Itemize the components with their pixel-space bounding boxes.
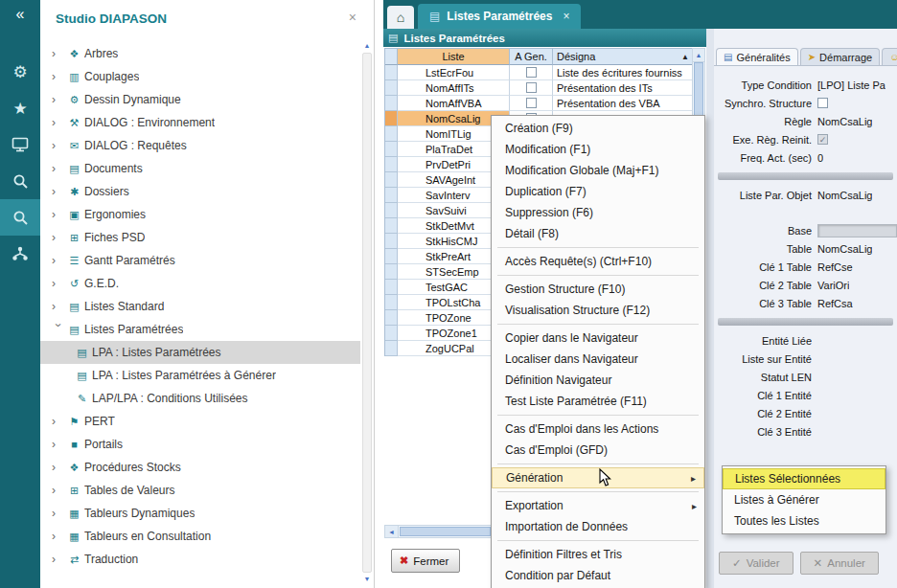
tree-item-3[interactable]: ›⚒DIALOG : Environnement [40,111,360,134]
cell-designation[interactable]: Présentation des ITs [553,80,693,96]
row-header-cell[interactable] [385,188,398,203]
search-icon[interactable] [0,163,40,199]
row-header-cell[interactable] [385,218,398,234]
context-menu-item[interactable]: Localiser dans Navigateur [492,349,704,370]
row-header-cell[interactable] [385,80,398,96]
sidebar-close-icon[interactable]: × [349,10,356,25]
display-icon[interactable] [0,126,40,163]
props-tab-0[interactable]: ▤Généralités [716,48,798,65]
row-header-cell[interactable] [385,111,398,126]
row-header-cell[interactable] [385,264,398,280]
submenu-item[interactable]: Listes Sélectionnées [723,468,886,489]
hierarchy-icon[interactable] [0,236,40,272]
context-menu-item[interactable]: Copier dans le Navigateur [492,328,704,349]
column-header-liste[interactable]: Liste [398,49,510,65]
scroll-up-icon[interactable]: ▲ [361,40,373,52]
context-menu-item[interactable]: Exportation▸ [492,495,704,516]
cell-designation[interactable]: Liste des écritures fourniss [553,65,693,80]
context-menu-item[interactable]: Accès Requête(s) (Ctrl+F10) [492,251,704,272]
favorites-icon[interactable]: ★ [0,90,40,126]
scroll-left-icon[interactable]: ◄ [385,526,399,537]
row-header-cell[interactable] [385,172,398,188]
row-header-cell[interactable] [385,126,398,142]
context-menu-item[interactable]: Génération▸ [492,467,704,488]
context-menu-item[interactable]: Définition Navigateur [492,370,704,391]
tree-item-6[interactable]: ›✱Dossiers [40,180,360,203]
valider-button[interactable]: ✓Valider [719,552,794,575]
row-header-cell[interactable] [385,249,398,264]
panel-splitter[interactable] [706,29,714,588]
scrollbar-thumb[interactable] [400,527,491,536]
tree-item-18[interactable]: ›❖Procédures Stocks [40,456,360,479]
sidebar-collapse-icon[interactable]: « [0,0,40,29]
tree-item-1[interactable]: ›▥Couplages [40,65,360,88]
cell-liste[interactable]: NomAffVBA [398,96,510,111]
row-header-cell[interactable] [385,326,398,341]
annuler-button[interactable]: ✕Annuler [800,552,879,575]
props-tab-2[interactable]: ☺D [882,48,897,65]
tree-item-14[interactable]: ▤LPA : Listes Paramétrées à Générer [40,364,360,387]
cell-a-gen[interactable] [510,65,553,80]
row-header-cell[interactable] [385,142,398,157]
cell-a-gen[interactable] [510,80,553,96]
context-menu-item[interactable]: Création (F9) [492,118,704,139]
tree-item-0[interactable]: ›❖Arbres [40,42,360,65]
row-header-cell[interactable] [385,341,398,356]
tree-item-16[interactable]: ›⚑PERT [40,410,360,433]
context-menu-item[interactable]: Définition Filtres et Tris [492,544,704,565]
cell-a-gen[interactable] [510,96,553,111]
tree-item-2[interactable]: ›⚙Dessin Dynamique [40,88,360,111]
fermer-button[interactable]: ✖ Fermer [391,549,460,573]
context-menu-item[interactable]: Importation de Données [492,516,704,537]
submenu-item[interactable]: Toutes les Listes [723,510,886,531]
tab-close-icon[interactable]: × [563,10,569,23]
row-header-cell[interactable] [385,157,398,172]
tree-item-19[interactable]: ›⊞Tables de Valeurs [40,479,360,502]
context-menu-item[interactable]: Détail (F8) [492,223,704,244]
tab-listes-parametrees[interactable]: ▤ Listes Paramétrées × [418,4,581,29]
scroll-up-icon[interactable]: ▲ [693,49,704,62]
cell-liste[interactable]: LstEcrFou [398,65,510,80]
checkbox[interactable] [526,82,537,93]
column-header-a-gen[interactable]: A Gen. [510,49,553,65]
sidebar-scrollbar[interactable]: ▲ ▼ [361,40,373,585]
row-header-cell[interactable] [385,65,398,80]
tree-item-12[interactable]: ›▤Listes Paramétrées [40,318,360,341]
settings-icon[interactable]: ⚙ [0,54,40,90]
input-field-disabled[interactable] [817,224,897,237]
context-menu-item[interactable]: Condition par Défaut [492,565,704,586]
props-tab-1[interactable]: ➤Démarrage [800,48,880,65]
checkbox[interactable] [526,98,537,108]
column-header-designation[interactable]: Désigna ▲ [553,49,693,65]
row-header-cell[interactable] [385,295,398,310]
table-row[interactable]: LstEcrFouListe des écritures fourniss [385,65,693,80]
cell-designation[interactable]: Présentation des VBA [553,96,693,111]
context-menu-item[interactable]: Gestion Structure (F10) [492,279,704,300]
context-menu-item[interactable]: Cas d'Emploi dans les Actions [492,418,704,440]
context-menu-item[interactable]: Modification Globale (Maj+F1) [492,160,704,181]
home-tab[interactable]: ⌂ [387,6,414,29]
tree-item-5[interactable]: ›▤Documents [40,157,360,180]
row-header-cell[interactable] [385,310,398,326]
tree-item-15[interactable]: ✎LAP/LPA : Conditions Utilisées [40,387,360,410]
submenu-item[interactable]: Listes à Générer [723,489,886,510]
scrollbar-thumb[interactable] [362,53,372,573]
context-menu-item[interactable]: Cas d'Emploi (GFD) [492,440,704,461]
context-menu-item[interactable]: Visualisation Structure (F12) [492,300,704,321]
table-row[interactable]: NomAffVBAPrésentation des VBA [385,96,693,111]
scroll-down-icon[interactable]: ▼ [361,574,373,585]
context-menu-item[interactable]: Modification (F1) [492,139,704,160]
search-active-icon[interactable] [0,199,40,236]
row-header-cell[interactable] [385,96,398,111]
row-header-cell[interactable] [385,203,398,218]
context-menu-item[interactable]: Suppression (F6) [492,202,704,223]
context-menu-item[interactable]: Test Liste Paramétrée (F11) [492,391,704,412]
corner-header-cell[interactable] [385,49,398,65]
tree-item-11[interactable]: ›▤Listes Standard [40,295,360,318]
cell-liste[interactable]: NomAffITs [398,80,510,96]
tree-item-8[interactable]: ›⊞Fiches PSD [40,226,360,249]
tree-item-4[interactable]: ›✉DIALOG : Requêtes [40,134,360,157]
tree-item-21[interactable]: ›▦Tableurs en Consultation [40,525,360,548]
tree-item-10[interactable]: ›↺G.E.D. [40,272,360,295]
tree-item-22[interactable]: ›⇄Traduction [40,548,360,571]
